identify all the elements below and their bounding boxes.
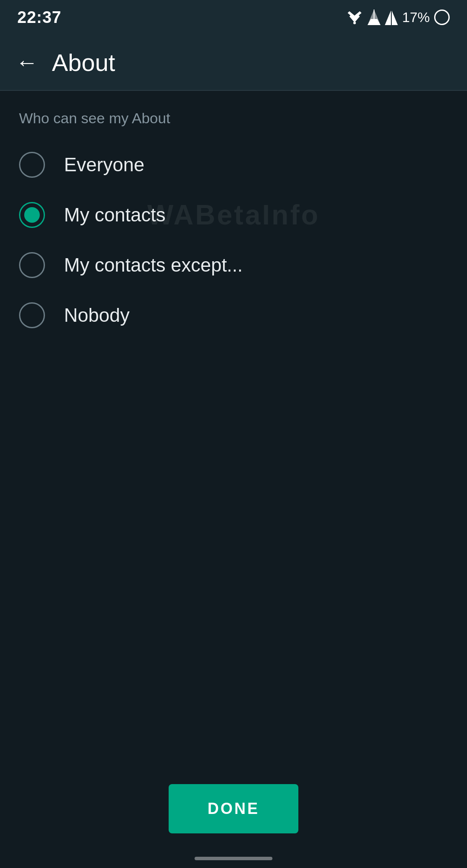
option-my-contacts[interactable]: My contacts xyxy=(0,190,467,240)
signal-icon-1 xyxy=(368,10,381,25)
status-time: 22:37 xyxy=(17,8,61,27)
done-button-container: DONE xyxy=(169,784,298,833)
option-everyone[interactable]: Everyone xyxy=(0,140,467,190)
status-bar: 22:37 17% xyxy=(0,0,467,35)
svg-marker-1 xyxy=(348,11,361,19)
done-button[interactable]: DONE xyxy=(169,784,298,833)
battery-icon xyxy=(434,10,450,25)
option-nobody-label: Nobody xyxy=(64,304,130,326)
radio-everyone[interactable] xyxy=(19,152,45,178)
signal-icon-2 xyxy=(385,10,398,25)
content-area: Who can see my About Everyone My contact… xyxy=(0,91,467,868)
radio-options: Everyone My contacts My contacts except.… xyxy=(0,135,467,345)
option-my-contacts-label: My contacts xyxy=(64,204,166,226)
svg-point-2 xyxy=(353,22,356,24)
wifi-icon xyxy=(346,10,363,24)
home-indicator xyxy=(195,857,272,860)
option-nobody[interactable]: Nobody xyxy=(0,290,467,340)
option-my-contacts-except-label: My contacts except... xyxy=(64,254,243,276)
option-everyone-label: Everyone xyxy=(64,154,144,176)
battery-percentage: 17% xyxy=(402,10,430,26)
page-title: About xyxy=(52,48,115,77)
app-bar: ← About xyxy=(0,35,467,90)
section-label: Who can see my About xyxy=(0,91,467,135)
radio-my-contacts-except[interactable] xyxy=(19,252,45,278)
radio-my-contacts[interactable] xyxy=(19,202,45,228)
radio-nobody[interactable] xyxy=(19,302,45,328)
back-button[interactable]: ← xyxy=(16,51,38,74)
status-icons: 17% xyxy=(346,10,450,26)
option-my-contacts-except[interactable]: My contacts except... xyxy=(0,240,467,290)
